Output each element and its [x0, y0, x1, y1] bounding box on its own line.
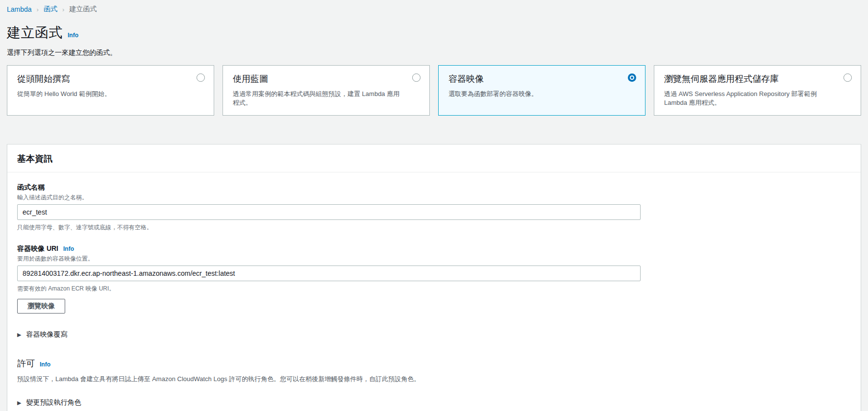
permissions-description: 預設情況下，Lambda 會建立具有將日誌上傳至 Amazon CloudWat… [17, 375, 851, 384]
basic-info-panel-header: 基本資訊 [7, 145, 861, 172]
container-image-uri-field-group: 容器映像 URI Info 要用於函數的容器映像位置。 需要有效的 Amazon… [17, 244, 851, 314]
card-description: 透過 AWS Serverless Application Repository… [664, 90, 851, 107]
permissions-info-link[interactable]: Info [40, 361, 50, 368]
card-author-from-scratch[interactable]: 從頭開始撰寫 從簡單的 Hello World 範例開始。 [7, 65, 214, 116]
container-image-overrides-label: 容器映像覆寫 [26, 330, 67, 339]
card-title: 從頭開始撰寫 [17, 73, 204, 85]
card-description: 透過常用案例的範本程式碼與組態預設，建置 Lambda 應用程式。 [233, 90, 420, 107]
card-description: 選取要為函數部署的容器映像。 [448, 90, 635, 98]
basic-info-title: 基本資訊 [17, 153, 851, 165]
card-title: 使用藍圖 [233, 73, 420, 85]
change-default-role-label: 變更預設執行角色 [26, 398, 81, 407]
card-title: 容器映像 [448, 73, 635, 85]
function-name-label: 函式名稱 [17, 183, 45, 192]
browse-images-button[interactable]: 瀏覽映像 [17, 299, 65, 314]
radio-selected-indicator [630, 75, 634, 80]
radio-dot [631, 76, 633, 79]
breadcrumb-separator-icon: › [37, 6, 39, 13]
container-image-uri-info-link[interactable]: Info [63, 245, 74, 252]
container-image-uri-hint: 要用於函數的容器映像位置。 [17, 255, 851, 263]
creation-option-cards: 從頭開始撰寫 從簡單的 Hello World 範例開始。 使用藍圖 透過常用案… [7, 65, 861, 116]
radio-author-from-scratch[interactable] [197, 73, 205, 82]
card-description: 從簡單的 Hello World 範例開始。 [17, 90, 204, 98]
container-image-uri-input[interactable] [17, 266, 641, 281]
page-subtitle: 選擇下列選項之一來建立您的函式。 [7, 48, 861, 57]
page-title: 建立函式 [7, 24, 63, 42]
page-header: 建立函式 Info [7, 24, 861, 42]
breadcrumb-lambda-link[interactable]: Lambda [7, 5, 32, 13]
card-title: 瀏覽無伺服器應用程式儲存庫 [664, 73, 851, 85]
caret-right-icon: ▶ [17, 400, 21, 406]
radio-browse-serverless-repo[interactable] [843, 73, 852, 82]
radio-use-blueprint[interactable] [412, 73, 421, 82]
basic-info-panel: 基本資訊 函式名稱 輸入描述函式目的之名稱。 只能使用字母、數字、連字號或底線，… [7, 144, 861, 411]
container-image-uri-label: 容器映像 URI [17, 244, 58, 253]
function-name-hint: 輸入描述函式目的之名稱。 [17, 193, 851, 202]
container-image-uri-constraint: 需要有效的 Amazon ECR 映像 URI。 [17, 285, 851, 293]
page-title-info-link[interactable]: Info [68, 32, 78, 39]
caret-right-icon: ▶ [17, 332, 21, 338]
permissions-title: 許可 [17, 358, 35, 369]
create-function-page: Lambda › 函式 › 建立函式 建立函式 Info 選擇下列選項之一來建立… [0, 0, 868, 411]
function-name-constraint: 只能使用字母、數字、連字號或底線，不得有空格。 [17, 223, 851, 232]
breadcrumb-separator-icon: › [62, 6, 64, 13]
breadcrumb: Lambda › 函式 › 建立函式 [7, 0, 861, 14]
change-default-role-expander[interactable]: ▶ 變更預設執行角色 [17, 398, 851, 407]
radio-container-image[interactable] [628, 73, 636, 82]
permissions-section: 許可 Info 預設情況下，Lambda 會建立具有將日誌上傳至 Amazon … [17, 358, 851, 407]
function-name-input[interactable] [17, 204, 641, 220]
basic-info-panel-body: 函式名稱 輸入描述函式目的之名稱。 只能使用字母、數字、連字號或底線，不得有空格… [7, 172, 861, 411]
breadcrumb-current-page: 建立函式 [69, 5, 97, 14]
breadcrumb-functions-link[interactable]: 函式 [44, 5, 57, 14]
function-name-field-group: 函式名稱 輸入描述函式目的之名稱。 只能使用字母、數字、連字號或底線，不得有空格… [17, 183, 851, 232]
container-image-overrides-expander[interactable]: ▶ 容器映像覆寫 [17, 330, 851, 339]
card-browse-serverless-repo[interactable]: 瀏覽無伺服器應用程式儲存庫 透過 AWS Serverless Applicat… [654, 65, 861, 116]
card-use-blueprint[interactable]: 使用藍圖 透過常用案例的範本程式碼與組態預設，建置 Lambda 應用程式。 [223, 65, 430, 116]
card-container-image[interactable]: 容器映像 選取要為函數部署的容器映像。 [438, 65, 645, 116]
